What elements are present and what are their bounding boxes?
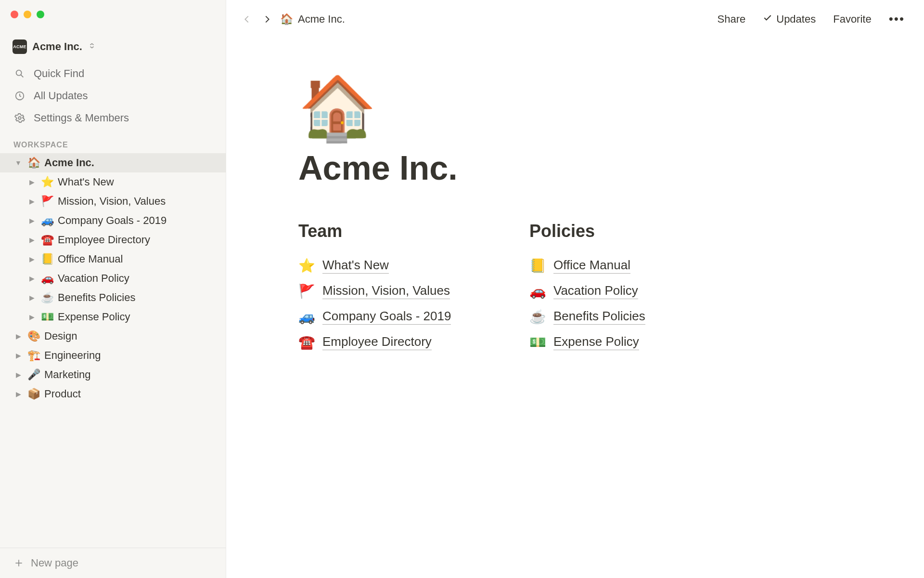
house-icon: 🏠 (280, 13, 293, 26)
page-link-employee-directory[interactable]: ☎️ Employee Directory (298, 329, 481, 355)
coffee-icon: ☕ (529, 309, 546, 325)
chevron-right-icon[interactable]: ▶ (13, 352, 23, 359)
workspace-switcher[interactable]: ACME Acme Inc. (0, 37, 226, 63)
page-link-vacation-policy[interactable]: 🚗 Vacation Policy (529, 278, 712, 304)
nav-forward-button[interactable] (260, 12, 274, 26)
phone-icon: ☎️ (298, 334, 315, 350)
sidebar-item-office-manual[interactable]: ▶ 📒 Office Manual (0, 250, 226, 269)
column-heading-policies[interactable]: Policies (529, 221, 712, 241)
star-icon: ⭐ (298, 258, 315, 274)
updates-button[interactable]: Updates (757, 10, 821, 28)
sidebar-item-product[interactable]: ▶ 📦 Product (0, 384, 226, 404)
svg-line-1 (21, 75, 23, 77)
sidebar-item-mission-vision-values[interactable]: ▶ 🚩 Mission, Vision, Values (0, 192, 226, 211)
chevron-down-icon[interactable]: ▼ (13, 159, 23, 167)
workspace-logo-icon: ACME (13, 39, 27, 54)
all-updates-label: All Updates (34, 90, 88, 102)
breadcrumb[interactable]: 🏠 Acme Inc. (280, 13, 345, 26)
page-link-expense-policy[interactable]: 💵 Expense Policy (529, 329, 712, 355)
chevron-right-icon[interactable]: ▶ (27, 217, 37, 224)
sidebar-item-engineering[interactable]: ▶ 🏗️ Engineering (0, 346, 226, 365)
plus-icon (13, 558, 24, 568)
sidebar-item-whats-new[interactable]: ▶ ⭐ What's New (0, 172, 226, 192)
palette-icon: 🎨 (27, 330, 40, 342)
page-link-whats-new[interactable]: ⭐ What's New (298, 253, 481, 278)
car-icon: 🚙 (40, 214, 54, 227)
sidebar-item-marketing[interactable]: ▶ 🎤 Marketing (0, 365, 226, 384)
settings-members-label: Settings & Members (34, 112, 129, 124)
money-icon: 💵 (40, 311, 54, 323)
new-page-button[interactable]: New page (0, 548, 226, 578)
sidebar-item-expense-policy[interactable]: ▶ 💵 Expense Policy (0, 307, 226, 327)
package-icon: 📦 (27, 388, 40, 400)
sidebar-item-company-goals[interactable]: ▶ 🚙 Company Goals - 2019 (0, 211, 226, 230)
column-team: Team ⭐ What's New 🚩 Mission, Vision, Val… (298, 221, 481, 355)
microphone-icon: 🎤 (27, 368, 40, 381)
car-icon: 🚙 (298, 309, 315, 325)
chevron-right-icon[interactable]: ▶ (27, 236, 37, 244)
sidebar-item-label: Acme Inc. (44, 157, 94, 169)
chevron-right-icon[interactable]: ▶ (27, 255, 37, 263)
crane-icon: 🏗️ (27, 349, 40, 362)
sidebar-item-design[interactable]: ▶ 🎨 Design (0, 327, 226, 346)
breadcrumb-label: Acme Inc. (298, 13, 345, 26)
favorite-label: Favorite (833, 13, 871, 26)
sidebar-item-label: Employee Directory (58, 234, 150, 246)
settings-members-button[interactable]: Settings & Members (0, 107, 226, 129)
sidebar-item-label: Benefits Policies (58, 291, 135, 304)
notebook-icon: 📒 (40, 253, 54, 265)
phone-icon: ☎️ (40, 234, 54, 246)
page-link-company-goals[interactable]: 🚙 Company Goals - 2019 (298, 304, 481, 329)
window-controls (11, 11, 44, 18)
sidebar-item-benefits-policies[interactable]: ▶ ☕ Benefits Policies (0, 288, 226, 307)
page-link-mission-vision-values[interactable]: 🚩 Mission, Vision, Values (298, 278, 481, 304)
quick-find-label: Quick Find (34, 67, 84, 80)
page-link-label: Vacation Policy (553, 283, 638, 299)
window-maximize-button[interactable] (37, 11, 44, 18)
sidebar-item-employee-directory[interactable]: ▶ ☎️ Employee Directory (0, 230, 226, 250)
nav-back-button[interactable] (240, 12, 254, 26)
sidebar-item-label: What's New (58, 176, 114, 188)
page-link-office-manual[interactable]: 📒 Office Manual (529, 253, 712, 278)
more-options-button[interactable]: ••• (883, 9, 911, 29)
share-button[interactable]: Share (712, 10, 752, 28)
page-link-benefits-policies[interactable]: ☕ Benefits Policies (529, 304, 712, 329)
quick-find-button[interactable]: Quick Find (0, 63, 226, 85)
page-link-label: Company Goals - 2019 (322, 309, 451, 325)
topbar: 🏠 Acme Inc. Share Updates Favorite ••• (226, 0, 924, 38)
favorite-button[interactable]: Favorite (827, 10, 877, 28)
column-policies: Policies 📒 Office Manual 🚗 Vacation Poli… (529, 221, 712, 355)
main-content: 🏠 Acme Inc. Share Updates Favorite ••• (226, 0, 924, 578)
chevron-right-icon[interactable]: ▶ (27, 197, 37, 205)
car-icon: 🚗 (529, 283, 546, 299)
page-title[interactable]: Acme Inc. (298, 149, 876, 187)
page-link-label: What's New (322, 258, 389, 274)
page-icon[interactable]: 🏠 (298, 77, 376, 139)
sidebar-item-label: Expense Policy (58, 311, 130, 323)
chevron-right-icon[interactable]: ▶ (13, 371, 23, 379)
chevron-right-icon[interactable]: ▶ (27, 313, 37, 321)
page-link-label: Office Manual (553, 258, 630, 274)
chevron-right-icon[interactable]: ▶ (27, 275, 37, 282)
sidebar-section-workspace: WORKSPACE (0, 129, 226, 153)
workspace-name: Acme Inc. (32, 40, 82, 53)
page-link-label: Expense Policy (553, 334, 639, 350)
clock-icon (13, 91, 26, 101)
page-columns: Team ⭐ What's New 🚩 Mission, Vision, Val… (298, 221, 876, 355)
column-heading-team[interactable]: Team (298, 221, 481, 241)
sidebar-item-acme-inc[interactable]: ▼ 🏠 Acme Inc. (0, 153, 226, 172)
window-close-button[interactable] (11, 11, 18, 18)
chevron-right-icon[interactable]: ▶ (13, 332, 23, 340)
window-minimize-button[interactable] (24, 11, 31, 18)
house-icon: 🏠 (298, 73, 376, 143)
sidebar-item-vacation-policy[interactable]: ▶ 🚗 Vacation Policy (0, 269, 226, 288)
more-icon: ••• (889, 12, 905, 26)
chevron-right-icon[interactable]: ▶ (27, 178, 37, 186)
all-updates-button[interactable]: All Updates (0, 85, 226, 107)
chevron-right-icon[interactable]: ▶ (13, 390, 23, 398)
page-link-label: Benefits Policies (553, 309, 645, 325)
chevron-right-icon[interactable]: ▶ (27, 294, 37, 302)
sidebar-item-label: Design (44, 330, 77, 342)
updates-label: Updates (776, 13, 816, 26)
sidebar-item-label: Marketing (44, 368, 91, 381)
